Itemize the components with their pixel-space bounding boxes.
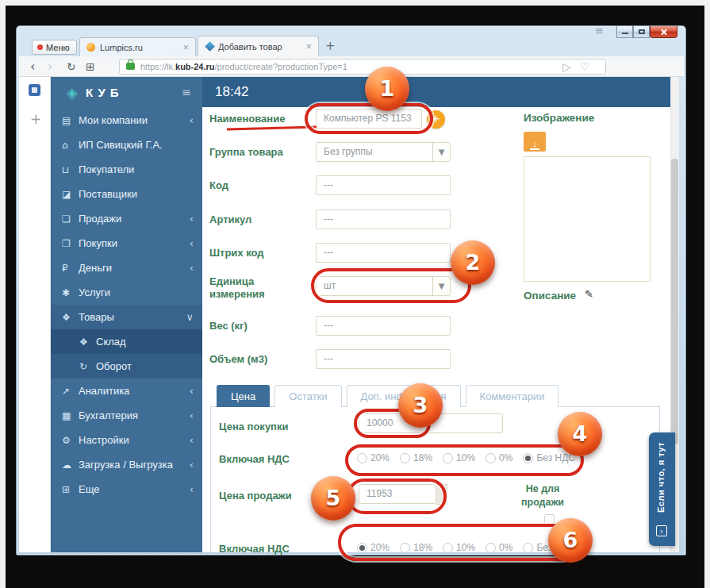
sidebar-item-label: Продажи [79, 213, 121, 225]
pencil-icon[interactable]: ✎ [585, 288, 593, 300]
back-icon[interactable]: ‹ [30, 56, 35, 77]
purchases-doc-icon: ❐ [62, 232, 79, 256]
browser-toolbar: ‹ › ↻ ⊞ https://lk.kub-24.ru/product/cre… [19, 56, 684, 77]
volume-input[interactable]: --- [316, 349, 451, 369]
accounting-icon: ▦ [62, 404, 79, 429]
handtruck-icon: ◪ [62, 183, 79, 207]
help-tab[interactable]: Если что, я тут › [649, 432, 675, 546]
address-bar[interactable]: https://lk.kub-24.ru/product/create?prod… [119, 59, 606, 75]
tab-close-icon[interactable]: × [305, 43, 312, 51]
sidebar-item-9[interactable]: ❖Склад [51, 329, 202, 354]
sidebar-item-1[interactable]: ⌂ИП Сивицкий Г.А. [51, 133, 202, 157]
add-bookmark-icon[interactable]: + [30, 111, 41, 127]
close-button[interactable] [650, 26, 677, 38]
sale-vat-label: Включая НДС [219, 543, 290, 555]
forward-icon[interactable]: › [48, 56, 52, 77]
sidebar-item-5[interactable]: ❐Покупки‹ [51, 231, 202, 256]
upload-image-button[interactable]: ↓ [524, 132, 546, 152]
sidebar-item-3[interactable]: ◪Поставщики [51, 182, 202, 206]
chevron-icon: ∨ [186, 305, 194, 329]
sidebar-item-11[interactable]: ↗Аналитика‹ [51, 379, 202, 403]
browser-tab-lumpics[interactable]: Lumpics.ru × [79, 37, 196, 56]
tab-1[interactable]: Остатки [274, 385, 341, 407]
home-icon: ⌂ [62, 133, 79, 158]
tab-3[interactable]: Комментарии [466, 385, 559, 407]
group-label: Группа товара [209, 146, 311, 159]
purchase-price-label: Цена покупки [219, 421, 288, 432]
sidebar-item-14[interactable]: ☁Загрузка / Выгрузка‹ [51, 452, 202, 477]
cube-logo-icon: ◈ [67, 77, 78, 108]
sidebar-item-12[interactable]: ▦Бухгалтерия‹ [51, 403, 202, 428]
annotation-badge-1: 1 [365, 67, 409, 111]
sidebar-item-13[interactable]: ⚙Настройки‹ [51, 428, 202, 452]
sidebar-item-6[interactable]: ₽Деньги‹ [51, 256, 202, 280]
volume-label: Объем (м3) [209, 353, 311, 366]
annotation-circle-6 [338, 524, 581, 561]
sidebar-item-0[interactable]: ▤Мои компании‹ [51, 108, 202, 133]
annotation-circle-1 [305, 103, 433, 134]
menu-label: Меню [46, 43, 70, 52]
send-icon[interactable]: ▷ [562, 56, 571, 77]
sidebar-item-label: Аналитика [79, 385, 129, 397]
name-label: Наименование [209, 113, 311, 125]
code-input[interactable]: --- [316, 175, 451, 195]
sidebar-item-8[interactable]: ❖Товары∨ [51, 305, 202, 329]
annotation-badge-6: 6 [548, 518, 593, 563]
sidebar-item-label: Покупатели [79, 163, 134, 175]
lumpics-favicon [86, 43, 95, 52]
sidebar-item-label: Оборот [96, 360, 132, 372]
tools-icon: ✱ [62, 281, 79, 306]
sidebar-item-15[interactable]: ⊞Еще‹ [51, 477, 202, 502]
maximize-button[interactable] [633, 26, 650, 38]
unit-label: Единица измерения [209, 275, 285, 301]
sidebar-item-4[interactable]: ❏Продажи‹ [51, 206, 202, 231]
analytics-icon: ↗ [62, 379, 79, 404]
sidebar-item-label: Настройки [79, 434, 129, 446]
sidebar-item-label: Деньги [79, 262, 112, 274]
barcode-input[interactable]: --- [316, 243, 451, 263]
opera-menu-button[interactable]: Меню [32, 40, 77, 55]
opera-sidebar [19, 77, 51, 552]
minimize-button[interactable] [616, 26, 633, 38]
sku-label: Артикул [209, 213, 311, 226]
sale-price-label: Цена продажи [219, 490, 292, 502]
speed-dial-icon[interactable]: ⊞ [86, 56, 95, 77]
description-label: Описание [524, 290, 576, 302]
sidebar-item-label: ИП Сивицкий Г.А. [79, 139, 163, 151]
browser-tab-add-product[interactable]: Добавить товар × [198, 36, 319, 56]
sidebar-item-label: Покупки [79, 237, 117, 249]
bookmark-icon[interactable] [29, 84, 40, 96]
purchase-vat-label: Включая НДС [219, 453, 290, 465]
tab-close-icon[interactable]: × [182, 44, 189, 52]
sales-doc-icon: ❏ [62, 207, 79, 232]
annotation-badge-5: 5 [311, 476, 355, 521]
group-select[interactable]: Без группы▼ [316, 142, 451, 162]
sidebar-item-2[interactable]: ⊔Покупатели [51, 157, 202, 182]
more-icon: ⊞ [62, 478, 79, 502]
chevron-down-icon[interactable]: ▼ [432, 143, 450, 161]
chevron-icon: ‹ [190, 403, 194, 428]
sidebar-item-label: Склад [96, 336, 126, 348]
chevron-icon: ‹ [190, 477, 194, 502]
opera-logo-icon [37, 44, 43, 50]
tab-0[interactable]: Цена [217, 385, 270, 407]
sidebar-item-label: Загрузка / Выгрузка [79, 459, 173, 471]
barcode-label: Штрих код [209, 247, 311, 259]
sidebar-collapse-icon[interactable]: ≡ [182, 77, 191, 108]
sidebar-item-10[interactable]: ↻Оборот [51, 354, 202, 379]
page-header: 18:42 [202, 77, 670, 107]
sidebar-item-7[interactable]: ✱Услуги [51, 280, 202, 305]
chevron-icon: ‹ [190, 206, 194, 231]
reload-icon[interactable]: ↻ [67, 56, 76, 77]
annotation-badge-2: 2 [451, 240, 495, 285]
scrollbar-thumb[interactable] [671, 159, 678, 444]
sku-input[interactable]: --- [316, 209, 451, 229]
annotation-circle-4 [345, 444, 584, 476]
weight-input[interactable]: --- [316, 316, 451, 336]
new-tab-button[interactable]: + [325, 39, 336, 53]
cart-icon: ⊔ [62, 158, 79, 183]
sidebar-item-label: Товары [79, 311, 114, 323]
heart-icon[interactable]: ♡ [580, 56, 590, 77]
app-logo[interactable]: ◈ КУБ ≡ [51, 77, 202, 108]
chevron-icon: ‹ [190, 452, 194, 477]
